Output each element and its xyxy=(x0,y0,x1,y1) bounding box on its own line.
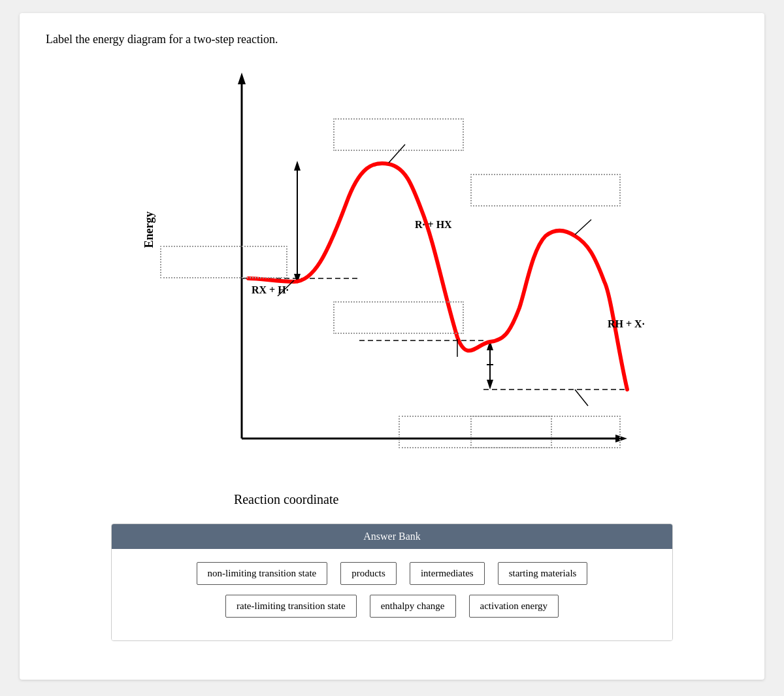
token-rate-limiting[interactable]: rate-limiting transition state xyxy=(225,595,357,618)
svg-marker-12 xyxy=(294,161,301,171)
answer-box-left[interactable] xyxy=(160,246,287,278)
answer-box-products[interactable] xyxy=(470,416,621,448)
answer-box-right-upper[interactable] xyxy=(470,174,621,207)
token-activation-energy[interactable]: activation energy xyxy=(469,595,559,618)
token-non-limiting[interactable]: non-limiting transition state xyxy=(197,562,328,585)
answer-bank-row-1: non-limiting transition state products i… xyxy=(131,562,653,585)
answer-box-middle[interactable] xyxy=(333,301,464,334)
answer-bank-header: Answer Bank xyxy=(112,524,672,549)
page: Label the energy diagram for a two-step … xyxy=(20,13,764,680)
answer-bank-row-2: rate-limiting transition state enthalpy … xyxy=(131,595,653,618)
token-starting-materials[interactable]: starting materials xyxy=(498,562,588,585)
diagram-container: Energy xyxy=(46,59,738,510)
token-intermediates[interactable]: intermediates xyxy=(410,562,485,585)
svg-line-18 xyxy=(575,389,588,406)
y-axis-label: Energy xyxy=(142,212,156,248)
svg-marker-1 xyxy=(238,73,246,84)
svg-text:RH + X·: RH + X· xyxy=(608,318,645,329)
token-enthalpy[interactable]: enthalpy change xyxy=(370,595,456,618)
svg-text:R· + HX: R· + HX xyxy=(415,219,452,230)
answer-bank: Answer Bank non-limiting transition stat… xyxy=(111,523,673,641)
token-products[interactable]: products xyxy=(340,562,397,585)
question-title: Label the energy diagram for a two-step … xyxy=(46,33,738,46)
svg-marker-10 xyxy=(487,380,493,389)
diagram-wrapper: Energy xyxy=(124,59,660,510)
answer-bank-body: non-limiting transition state products i… xyxy=(112,549,672,640)
answer-box-top[interactable] xyxy=(333,118,464,151)
svg-line-15 xyxy=(575,220,591,235)
x-axis-label: Reaction coordinate xyxy=(234,492,339,507)
svg-text:RX + H·: RX + H· xyxy=(252,284,289,295)
